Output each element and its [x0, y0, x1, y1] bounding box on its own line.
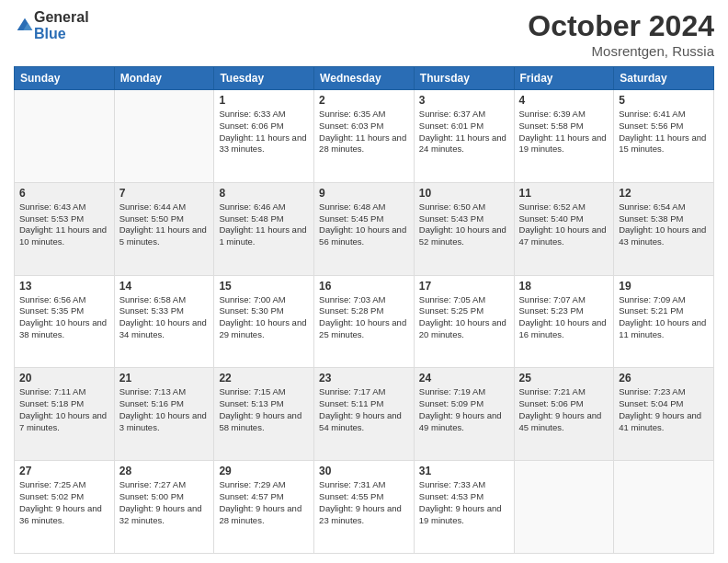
- logo: General Blue: [14, 9, 89, 41]
- cell-info: Sunrise: 7:23 AM Sunset: 5:04 PM Dayligh…: [619, 386, 709, 433]
- day-number: 28: [119, 465, 210, 477]
- cell-info: Sunrise: 7:17 AM Sunset: 5:11 PM Dayligh…: [319, 386, 409, 433]
- logo-icon: [16, 17, 34, 35]
- cell-info: Sunrise: 6:54 AM Sunset: 5:38 PM Dayligh…: [619, 201, 709, 248]
- calendar-cell: 27Sunrise: 7:25 AM Sunset: 5:02 PM Dayli…: [15, 461, 115, 554]
- cell-info: Sunrise: 7:29 AM Sunset: 4:57 PM Dayligh…: [219, 479, 309, 526]
- calendar-cell: 1Sunrise: 6:33 AM Sunset: 6:06 PM Daylig…: [214, 90, 314, 183]
- day-number: 24: [419, 372, 509, 385]
- calendar-cell: 23Sunrise: 7:17 AM Sunset: 5:11 PM Dayli…: [314, 368, 415, 461]
- cell-info: Sunrise: 7:19 AM Sunset: 5:09 PM Dayligh…: [419, 386, 509, 433]
- calendar-cell: 5Sunrise: 6:41 AM Sunset: 5:56 PM Daylig…: [614, 90, 714, 183]
- day-number: 8: [219, 187, 309, 200]
- day-number: 4: [519, 94, 609, 107]
- calendar-cell: 18Sunrise: 7:07 AM Sunset: 5:23 PM Dayli…: [514, 275, 614, 368]
- week-row-2: 6Sunrise: 6:43 AM Sunset: 5:53 PM Daylig…: [15, 182, 714, 275]
- day-header-wednesday: Wednesday: [314, 67, 415, 90]
- cell-info: Sunrise: 6:33 AM Sunset: 6:06 PM Dayligh…: [219, 109, 309, 155]
- week-row-1: 1Sunrise: 6:33 AM Sunset: 6:06 PM Daylig…: [15, 90, 714, 183]
- day-number: 11: [519, 187, 609, 200]
- day-number: 15: [219, 280, 309, 293]
- cell-info: Sunrise: 7:31 AM Sunset: 4:55 PM Dayligh…: [319, 479, 409, 526]
- day-number: 25: [519, 372, 609, 385]
- day-number: 31: [419, 465, 509, 477]
- calendar-cell: 16Sunrise: 7:03 AM Sunset: 5:28 PM Dayli…: [314, 275, 415, 368]
- location: Mosrentgen, Russia: [528, 43, 714, 59]
- calendar-cell: 7Sunrise: 6:44 AM Sunset: 5:50 PM Daylig…: [114, 182, 214, 275]
- cell-info: Sunrise: 6:44 AM Sunset: 5:50 PM Dayligh…: [119, 201, 210, 248]
- day-header-thursday: Thursday: [414, 67, 514, 90]
- calendar-cell: 15Sunrise: 7:00 AM Sunset: 5:30 PM Dayli…: [214, 275, 314, 368]
- calendar-table: SundayMondayTuesdayWednesdayThursdayFrid…: [14, 66, 714, 554]
- calendar-cell: [614, 461, 714, 554]
- cell-info: Sunrise: 7:25 AM Sunset: 5:02 PM Dayligh…: [19, 479, 109, 526]
- day-number: 26: [619, 372, 709, 385]
- cell-info: Sunrise: 7:13 AM Sunset: 5:16 PM Dayligh…: [119, 386, 210, 433]
- day-number: 30: [319, 465, 409, 477]
- calendar-cell: 10Sunrise: 6:50 AM Sunset: 5:43 PM Dayli…: [414, 182, 514, 275]
- cell-info: Sunrise: 7:05 AM Sunset: 5:25 PM Dayligh…: [419, 294, 509, 341]
- title-area: October 2024 Mosrentgen, Russia: [528, 9, 714, 59]
- cell-info: Sunrise: 7:27 AM Sunset: 5:00 PM Dayligh…: [119, 479, 210, 526]
- day-header-friday: Friday: [514, 67, 614, 90]
- calendar-cell: 30Sunrise: 7:31 AM Sunset: 4:55 PM Dayli…: [314, 461, 415, 554]
- day-number: 6: [19, 187, 109, 200]
- cell-info: Sunrise: 6:41 AM Sunset: 5:56 PM Dayligh…: [619, 109, 709, 155]
- cell-info: Sunrise: 7:21 AM Sunset: 5:06 PM Dayligh…: [519, 386, 609, 433]
- cell-info: Sunrise: 6:52 AM Sunset: 5:40 PM Dayligh…: [519, 201, 609, 248]
- header: General Blue October 2024 Mosrentgen, Ru…: [14, 9, 714, 59]
- cell-info: Sunrise: 6:37 AM Sunset: 6:01 PM Dayligh…: [419, 109, 509, 155]
- days-header-row: SundayMondayTuesdayWednesdayThursdayFrid…: [15, 67, 714, 90]
- cell-info: Sunrise: 7:11 AM Sunset: 5:18 PM Dayligh…: [19, 386, 109, 433]
- day-number: 27: [19, 465, 109, 477]
- calendar-cell: 14Sunrise: 6:58 AM Sunset: 5:33 PM Dayli…: [114, 275, 214, 368]
- day-number: 17: [419, 280, 509, 293]
- calendar-cell: 22Sunrise: 7:15 AM Sunset: 5:13 PM Dayli…: [214, 368, 314, 461]
- calendar-cell: 25Sunrise: 7:21 AM Sunset: 5:06 PM Dayli…: [514, 368, 614, 461]
- calendar-cell: 4Sunrise: 6:39 AM Sunset: 5:58 PM Daylig…: [514, 90, 614, 183]
- calendar-cell: 6Sunrise: 6:43 AM Sunset: 5:53 PM Daylig…: [15, 182, 115, 275]
- day-header-monday: Monday: [114, 67, 214, 90]
- calendar-cell: 17Sunrise: 7:05 AM Sunset: 5:25 PM Dayli…: [414, 275, 514, 368]
- day-number: 20: [19, 372, 109, 385]
- day-header-sunday: Sunday: [15, 67, 115, 90]
- day-number: 23: [319, 372, 409, 385]
- page: General Blue October 2024 Mosrentgen, Ru…: [0, 0, 728, 563]
- cell-info: Sunrise: 7:33 AM Sunset: 4:53 PM Dayligh…: [419, 479, 509, 526]
- cell-info: Sunrise: 7:07 AM Sunset: 5:23 PM Dayligh…: [519, 294, 609, 341]
- day-number: 19: [619, 280, 709, 293]
- week-row-3: 13Sunrise: 6:56 AM Sunset: 5:35 PM Dayli…: [15, 275, 714, 368]
- calendar-cell: 21Sunrise: 7:13 AM Sunset: 5:16 PM Dayli…: [114, 368, 214, 461]
- day-number: 16: [319, 280, 409, 293]
- calendar-cell: 26Sunrise: 7:23 AM Sunset: 5:04 PM Dayli…: [614, 368, 714, 461]
- cell-info: Sunrise: 6:35 AM Sunset: 6:03 PM Dayligh…: [319, 109, 409, 155]
- day-number: 13: [19, 280, 109, 293]
- day-number: 22: [219, 372, 309, 385]
- cell-info: Sunrise: 7:03 AM Sunset: 5:28 PM Dayligh…: [319, 294, 409, 341]
- cell-info: Sunrise: 7:00 AM Sunset: 5:30 PM Dayligh…: [219, 294, 309, 341]
- cell-info: Sunrise: 6:56 AM Sunset: 5:35 PM Dayligh…: [19, 294, 109, 341]
- cell-info: Sunrise: 6:43 AM Sunset: 5:53 PM Dayligh…: [19, 201, 109, 248]
- day-header-saturday: Saturday: [614, 67, 714, 90]
- calendar-cell: 28Sunrise: 7:27 AM Sunset: 5:00 PM Dayli…: [114, 461, 214, 554]
- calendar-cell: 9Sunrise: 6:48 AM Sunset: 5:45 PM Daylig…: [314, 182, 415, 275]
- calendar-cell: [114, 90, 214, 183]
- cell-info: Sunrise: 6:39 AM Sunset: 5:58 PM Dayligh…: [519, 109, 609, 155]
- day-header-tuesday: Tuesday: [214, 67, 314, 90]
- day-number: 12: [619, 187, 709, 200]
- calendar-cell: 3Sunrise: 6:37 AM Sunset: 6:01 PM Daylig…: [414, 90, 514, 183]
- logo-text: General Blue: [34, 9, 89, 41]
- calendar-cell: 12Sunrise: 6:54 AM Sunset: 5:38 PM Dayli…: [614, 182, 714, 275]
- day-number: 1: [219, 94, 309, 107]
- calendar-cell: 29Sunrise: 7:29 AM Sunset: 4:57 PM Dayli…: [214, 461, 314, 554]
- month-title: October 2024: [528, 9, 714, 43]
- week-row-4: 20Sunrise: 7:11 AM Sunset: 5:18 PM Dayli…: [15, 368, 714, 461]
- day-number: 14: [119, 280, 210, 293]
- logo-blue: Blue: [34, 26, 89, 42]
- day-number: 18: [519, 280, 609, 293]
- cell-info: Sunrise: 6:58 AM Sunset: 5:33 PM Dayligh…: [119, 294, 210, 341]
- cell-info: Sunrise: 6:50 AM Sunset: 5:43 PM Dayligh…: [419, 201, 509, 248]
- calendar-cell: 31Sunrise: 7:33 AM Sunset: 4:53 PM Dayli…: [414, 461, 514, 554]
- calendar-cell: 2Sunrise: 6:35 AM Sunset: 6:03 PM Daylig…: [314, 90, 415, 183]
- calendar-cell: 13Sunrise: 6:56 AM Sunset: 5:35 PM Dayli…: [15, 275, 115, 368]
